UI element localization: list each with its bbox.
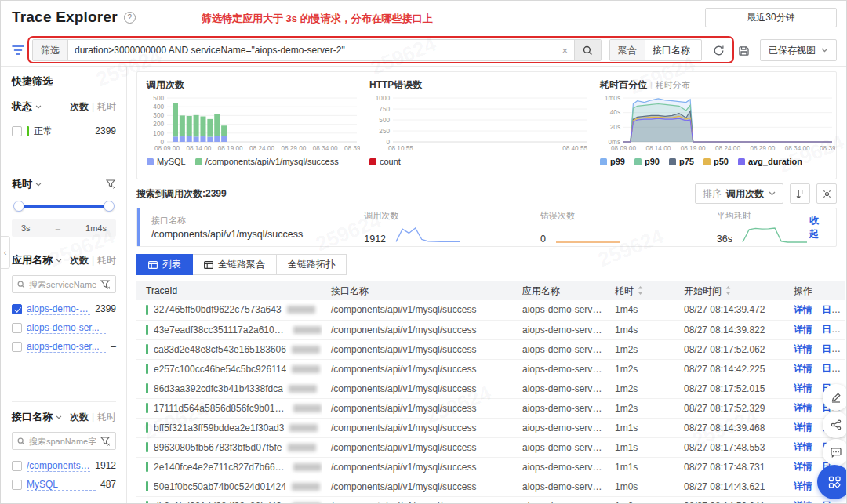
edit-fab[interactable] bbox=[823, 384, 847, 411]
app-item[interactable]: aiops-demo-ser...– bbox=[12, 318, 116, 337]
app-name-link[interactable]: aiops-demo-ser... bbox=[27, 303, 90, 315]
slider-handle-min[interactable] bbox=[13, 201, 24, 212]
svg-text:08:34:00: 08:34:00 bbox=[313, 145, 338, 152]
results-bar: 搜索到调用次数:2399 排序 调用次数 bbox=[136, 179, 837, 208]
legend-item[interactable]: p99 bbox=[600, 157, 625, 166]
trace-id[interactable]: db6c1bd001dd32df99e86bd49a bbox=[154, 501, 287, 504]
log-link[interactable]: 日志 bbox=[822, 304, 841, 315]
slider-track[interactable] bbox=[18, 205, 110, 208]
endpoint-item[interactable]: MySQL487 bbox=[12, 475, 116, 494]
legend-item[interactable]: p50 bbox=[703, 157, 729, 166]
app-section-label[interactable]: 应用名称 bbox=[12, 253, 53, 267]
detail-link[interactable]: 详情 bbox=[794, 402, 812, 413]
app-item[interactable]: aiops-demo-ser...– bbox=[12, 337, 116, 356]
sidebar-collapse-handle[interactable]: ‹ bbox=[1, 236, 10, 269]
column-header[interactable]: 开始时间 bbox=[674, 281, 784, 300]
clear-icon[interactable]: × bbox=[562, 45, 568, 56]
log-link[interactable]: 日志 bbox=[822, 500, 841, 503]
aggregate-select[interactable]: 接口名称 bbox=[645, 40, 701, 60]
tab-trace-aggregate[interactable]: 全链路聚合 bbox=[192, 254, 277, 275]
log-link[interactable]: 日志 bbox=[822, 343, 841, 354]
checkbox[interactable] bbox=[12, 304, 22, 314]
tab-trace-topology[interactable]: 全链路拓扑 bbox=[276, 254, 347, 275]
detail-link[interactable]: 详情 bbox=[794, 324, 812, 335]
clear-filter-icon[interactable] bbox=[106, 179, 116, 189]
app-name-link[interactable]: aiops-demo-ser... bbox=[27, 322, 106, 334]
legend-item[interactable]: p90 bbox=[634, 157, 660, 166]
legend-item[interactable]: count bbox=[369, 157, 401, 166]
trace-id[interactable]: 327465ff50bdf9622c7573a643 bbox=[154, 304, 282, 315]
trace-id[interactable]: 43e7eadf38cc351117a2a610ea0 bbox=[154, 325, 288, 335]
search-button[interactable] bbox=[574, 40, 601, 60]
endpoint-item[interactable]: /components/a...1912 bbox=[12, 456, 116, 475]
legend-item[interactable]: avg_duration bbox=[738, 157, 802, 166]
status-item[interactable]: 正常2399 bbox=[12, 121, 116, 140]
endpoint-section-label[interactable]: 接口名称 bbox=[12, 410, 53, 424]
endpoint-search-input[interactable] bbox=[29, 437, 96, 446]
detail-link[interactable]: 详情 bbox=[794, 441, 812, 452]
count-toggle[interactable]: 次数 bbox=[70, 100, 89, 114]
redacted-trace-suffix bbox=[289, 424, 318, 432]
trace-id[interactable]: 17111d564a5856d856fc9b01ac7 bbox=[154, 403, 288, 414]
duration-toggle[interactable]: 耗时 bbox=[97, 411, 116, 424]
detail-link[interactable]: 详情 bbox=[794, 363, 812, 374]
slider-handle-max[interactable] bbox=[104, 201, 115, 212]
log-link[interactable]: 日志 bbox=[822, 324, 841, 335]
clear-filter-icon[interactable] bbox=[100, 280, 111, 289]
save-view-button[interactable] bbox=[735, 42, 752, 59]
detail-link[interactable]: 详情 bbox=[794, 461, 812, 472]
status-label[interactable]: 状态 bbox=[12, 100, 32, 114]
app-search-input[interactable] bbox=[29, 280, 96, 289]
detail-link[interactable]: 详情 bbox=[794, 480, 812, 491]
count-toggle[interactable]: 次数 bbox=[70, 411, 89, 424]
collapse-link[interactable]: 收起 bbox=[809, 214, 823, 241]
app-name-link[interactable]: aiops-demo-ser... bbox=[27, 341, 106, 353]
duration-section-label[interactable]: 耗时 bbox=[12, 177, 32, 191]
trace-id[interactable]: 2e140fce4e2e711c827d7b6618a bbox=[154, 462, 288, 473]
count-toggle[interactable]: 次数 bbox=[70, 254, 89, 267]
trace-id[interactable]: 50e1f0bc50ab74b0c524d01424 bbox=[154, 481, 286, 492]
query-input[interactable] bbox=[75, 45, 557, 56]
detail-link[interactable]: 详情 bbox=[794, 422, 812, 433]
legend-item[interactable]: p75 bbox=[669, 157, 694, 166]
legend-item[interactable]: MySQL bbox=[147, 157, 186, 166]
tab-list[interactable]: 列表 bbox=[136, 254, 193, 275]
trace-id[interactable]: 89630805fb56783f3bf5d07f5fe bbox=[154, 442, 282, 453]
help-icon[interactable]: ? bbox=[124, 12, 136, 24]
table-settings-button[interactable] bbox=[816, 183, 837, 204]
checkbox[interactable] bbox=[12, 323, 22, 333]
svg-text:08:40:55: 08:40:55 bbox=[562, 145, 587, 152]
detail-link[interactable]: 详情 bbox=[794, 304, 812, 315]
apps-fab[interactable] bbox=[817, 465, 847, 499]
sort-direction-button[interactable] bbox=[790, 183, 810, 204]
saved-views-button[interactable]: 已保存视图 bbox=[760, 39, 837, 61]
trace-id[interactable]: bff5f321a3ff59bddea2e1f30ad3 bbox=[154, 422, 284, 433]
detail-link[interactable]: 详情 bbox=[794, 500, 812, 503]
duration-toggle[interactable]: 耗时 bbox=[97, 254, 116, 267]
endpoint-name-link[interactable]: MySQL bbox=[27, 479, 96, 491]
trace-id[interactable]: 86d3aa392cdfc3b41b4338fdca bbox=[154, 383, 283, 394]
checkbox[interactable] bbox=[12, 461, 22, 471]
share-fab[interactable] bbox=[823, 412, 847, 438]
feedback-fab[interactable] bbox=[823, 439, 847, 466]
checkbox[interactable] bbox=[12, 126, 22, 136]
detail-link[interactable]: 详情 bbox=[794, 383, 812, 393]
percentiles-title-sub[interactable]: 耗时分布 bbox=[656, 80, 690, 89]
log-link[interactable]: 日志 bbox=[822, 363, 841, 374]
time-range-button[interactable]: 最近30分钟 bbox=[705, 8, 837, 27]
filter-list-icon[interactable] bbox=[12, 45, 24, 56]
trace-id[interactable]: e257c100cc46be54c5bc926114 bbox=[154, 364, 286, 375]
endpoint-name-link[interactable]: /components/a... bbox=[27, 460, 90, 472]
checkbox[interactable] bbox=[12, 342, 22, 352]
detail-link[interactable]: 详情 bbox=[794, 343, 812, 354]
column-header[interactable]: 耗时 bbox=[605, 281, 674, 300]
trace-id[interactable]: ca83d2e48e8cf543e165183606 bbox=[154, 344, 286, 355]
checkbox[interactable] bbox=[12, 480, 22, 490]
refresh-button[interactable] bbox=[710, 42, 727, 59]
aggregate-label: 聚合 bbox=[610, 40, 645, 60]
app-item[interactable]: aiops-demo-ser...2399 bbox=[12, 299, 116, 318]
sort-dropdown[interactable]: 排序 调用次数 bbox=[695, 183, 783, 204]
duration-toggle[interactable]: 耗时 bbox=[97, 100, 116, 114]
legend-item[interactable]: /components/api/v1/mysql/success bbox=[195, 157, 339, 166]
clear-filter-icon[interactable] bbox=[100, 437, 111, 446]
